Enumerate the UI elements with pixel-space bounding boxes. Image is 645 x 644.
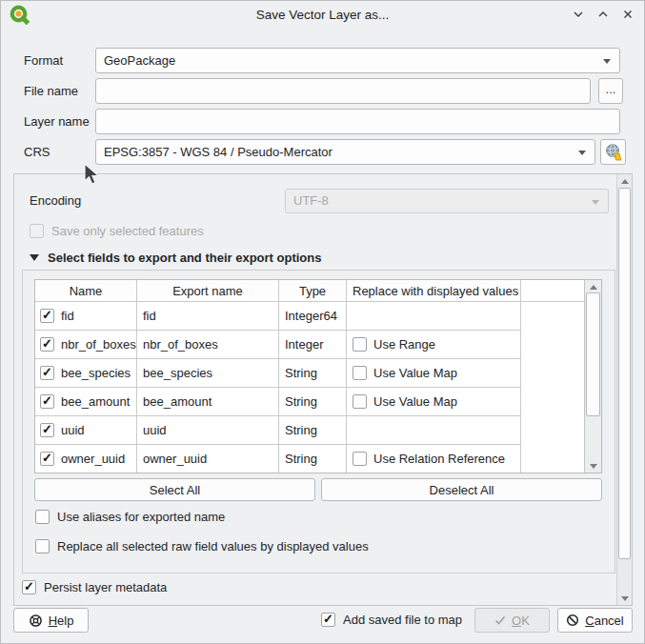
format-combobox[interactable]: GeoPackage — [95, 48, 620, 73]
encoding-value: UTF-8 — [293, 193, 329, 208]
use-value-map-checkbox[interactable] — [353, 366, 367, 380]
file-name-label: File name — [24, 78, 78, 104]
field-checkbox[interactable] — [40, 423, 54, 437]
table-row[interactable]: uuid uuid String — [35, 416, 521, 445]
help-button[interactable]: Help — [13, 608, 89, 633]
scrollbar-thumb[interactable] — [586, 292, 600, 416]
scroll-up-icon[interactable] — [585, 280, 601, 293]
options-vertical-scrollbar[interactable] — [616, 174, 632, 605]
field-export-name[interactable]: fid — [137, 302, 279, 330]
column-header-type[interactable]: Type — [279, 280, 347, 301]
table-empty-area — [521, 280, 584, 473]
select-all-button[interactable]: Select All — [34, 478, 315, 501]
close-icon[interactable] — [620, 7, 635, 22]
table-row[interactable]: fid fid Integer64 — [35, 302, 521, 331]
collapse-triangle-icon — [30, 254, 39, 261]
cancel-label: Cancel — [585, 614, 623, 628]
help-label: Help — [49, 614, 74, 628]
column-header-export-name[interactable]: Export name — [137, 280, 279, 301]
save-only-selected-label: Save only selected features — [51, 224, 204, 238]
field-export-name[interactable]: bee_species — [137, 359, 279, 387]
layer-name-input[interactable] — [95, 109, 620, 134]
table-row[interactable]: bee_amount bee_amount String Use Value M… — [35, 388, 521, 416]
field-export-name[interactable]: uuid — [137, 416, 279, 444]
titlebar: Save Vector Layer as... — [0, 0, 645, 30]
column-header-name[interactable]: Name — [35, 280, 137, 301]
chevron-down-icon — [603, 59, 611, 64]
replace-raw-values-row: Replace all selected raw field values by… — [35, 539, 369, 553]
field-name: nbr_of_boxes — [61, 337, 136, 352]
field-name: fid — [61, 309, 74, 323]
field-type: String — [279, 445, 347, 473]
crs-label: CRS — [24, 139, 50, 165]
format-value: GeoPackage — [104, 53, 175, 68]
fields-section-title: Select fields to export and their export… — [48, 251, 322, 265]
unshade-icon[interactable] — [595, 7, 611, 22]
add-saved-file-checkbox[interactable] — [321, 613, 335, 627]
table-header-row: Name Export name Type Replace with displ… — [35, 280, 521, 302]
table-row[interactable]: owner_uuid owner_uuid String Use Relatio… — [35, 445, 521, 473]
replace-raw-values-checkbox[interactable] — [35, 539, 50, 553]
field-type: String — [279, 416, 347, 444]
cancel-icon — [566, 614, 579, 627]
ok-label: OK — [512, 614, 530, 628]
lifebuoy-icon — [29, 614, 43, 628]
deselect-all-button[interactable]: Deselect All — [321, 478, 602, 501]
field-checkbox[interactable] — [40, 337, 54, 352]
layer-name-label: Layer name — [24, 109, 90, 134]
globe-edit-icon — [604, 143, 623, 162]
table-row[interactable]: bee_species bee_species String Use Value… — [35, 359, 521, 388]
check-icon — [494, 614, 506, 626]
field-checkbox[interactable] — [40, 394, 54, 409]
fields-table: Name Export name Type Replace with displ… — [34, 279, 602, 473]
field-checkbox[interactable] — [40, 366, 54, 380]
chevron-down-icon — [592, 200, 599, 205]
options-scrollarea: Encoding UTF-8 Save only selected featur… — [13, 173, 633, 606]
scroll-down-icon[interactable] — [617, 592, 632, 605]
field-name: uuid — [61, 423, 85, 437]
save-only-selected-checkbox-row: Save only selected features — [30, 224, 204, 238]
save-only-selected-checkbox — [30, 224, 44, 238]
field-name: bee_species — [61, 366, 131, 380]
field-export-name[interactable]: owner_uuid — [137, 445, 279, 473]
cancel-button[interactable]: Cancel — [557, 608, 633, 633]
chevron-down-icon — [578, 151, 586, 155]
browse-label: ... — [606, 82, 616, 96]
use-aliases-row: Use aliases for exported name — [35, 510, 225, 524]
use-aliases-checkbox[interactable] — [35, 510, 50, 524]
option-label: Use Value Map — [373, 366, 457, 380]
field-type: Integer — [279, 331, 347, 358]
crs-picker-button[interactable] — [600, 139, 626, 165]
shade-icon[interactable] — [571, 7, 586, 22]
option-label: Use Range — [373, 337, 435, 352]
fields-section-header[interactable]: Select fields to export and their export… — [30, 251, 322, 265]
file-name-input[interactable] — [95, 78, 591, 104]
field-name: bee_amount — [61, 394, 130, 409]
encoding-label: Encoding — [30, 189, 81, 213]
field-checkbox[interactable] — [40, 309, 54, 323]
column-header-replace[interactable]: Replace with displayed values — [347, 280, 521, 301]
persist-metadata-checkbox[interactable] — [22, 580, 36, 594]
scroll-down-icon[interactable] — [585, 459, 601, 473]
fields-groupbox: Name Export name Type Replace with displ… — [22, 270, 615, 574]
scroll-up-icon[interactable] — [617, 174, 632, 188]
field-checkbox[interactable] — [40, 452, 54, 466]
use-range-checkbox[interactable] — [353, 337, 367, 352]
crs-combobox[interactable]: EPSG:3857 - WGS 84 / Pseudo-Mercator — [95, 139, 595, 165]
scrollbar-thumb[interactable] — [618, 188, 631, 559]
table-vertical-scrollbar[interactable] — [584, 280, 601, 473]
browse-button[interactable]: ... — [598, 78, 623, 104]
encoding-combobox: UTF-8 — [285, 189, 609, 213]
field-export-name[interactable]: nbr_of_boxes — [137, 331, 279, 358]
deselect-all-label: Deselect All — [430, 483, 494, 497]
table-row[interactable]: nbr_of_boxes nbr_of_boxes Integer Use Ra… — [35, 331, 521, 359]
use-value-map-checkbox[interactable] — [353, 394, 367, 409]
use-aliases-label: Use aliases for exported name — [57, 510, 225, 524]
replace-raw-values-label: Replace all selected raw field values by… — [57, 539, 369, 553]
select-all-label: Select All — [150, 483, 200, 497]
use-relation-reference-checkbox[interactable] — [353, 452, 367, 466]
option-label: Use Relation Reference — [373, 452, 505, 466]
option-label: Use Value Map — [373, 394, 457, 409]
field-type: String — [279, 388, 347, 415]
field-export-name[interactable]: bee_amount — [137, 388, 279, 415]
